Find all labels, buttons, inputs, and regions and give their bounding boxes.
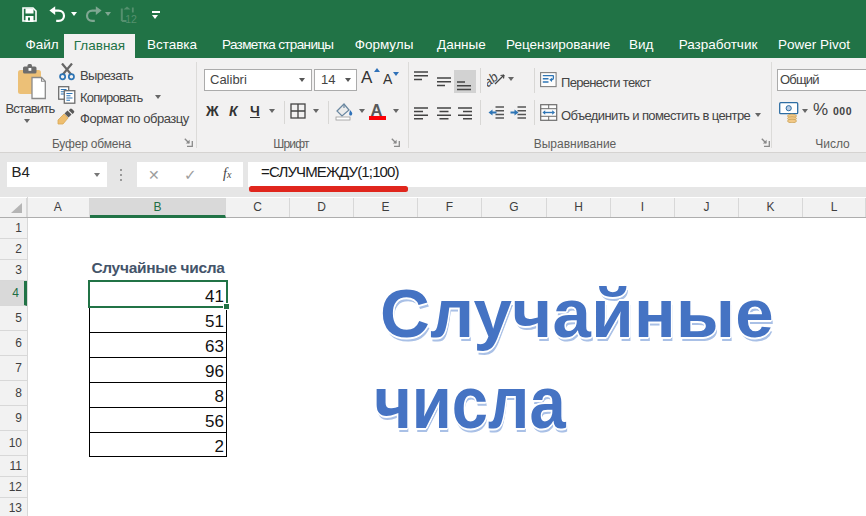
svg-text:12: 12 bbox=[125, 13, 137, 24]
svg-text:ab: ab bbox=[487, 70, 501, 88]
